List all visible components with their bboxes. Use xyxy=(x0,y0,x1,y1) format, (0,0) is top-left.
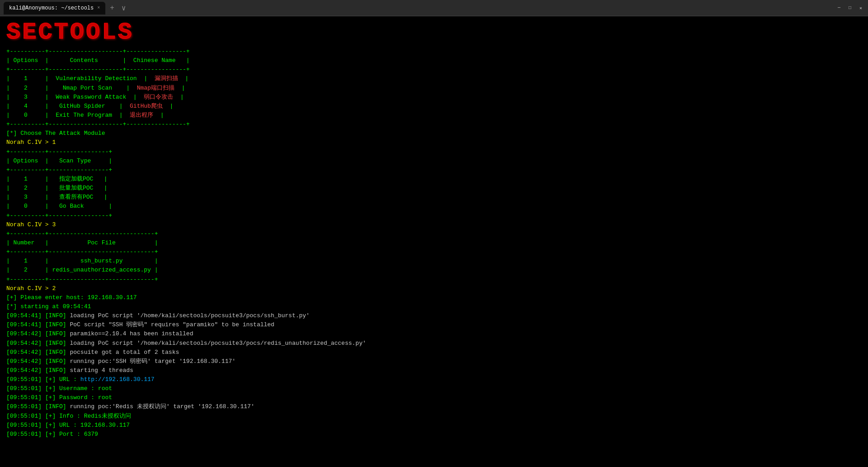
prompt-3: Norah C.IV > 2 xyxy=(6,284,862,293)
minimize-button[interactable]: ─ xyxy=(835,5,843,12)
log-6: [09:54:42] [INFO] running poc:'SSH 弱密码' … xyxy=(6,357,862,366)
log-11: [09:55:01] [INFO] running poc:'Redis 未授权… xyxy=(6,402,862,411)
starting-line: [*] starting at 09:54:41 xyxy=(6,302,862,311)
poc-row-2: | 2 | redis_unauthorized_access.py | xyxy=(6,266,862,275)
logo-text: SECTOOLS xyxy=(6,21,862,44)
menu-row-1: | 1 | Vulnerability Detection | 漏洞扫描 | xyxy=(6,74,862,83)
tab-dropdown-button[interactable]: ∨ xyxy=(119,4,129,13)
log-12: [09:55:01] [+] Info : Redis未授权访问 xyxy=(6,412,862,421)
browser-chrome: kali@Anonymous: ~/sectools × + ∨ ─ □ ✕ xyxy=(0,0,868,16)
active-tab[interactable]: kali@Anonymous: ~/sectools × xyxy=(4,2,105,14)
scan-table-sep1: +----------+-----------------+ xyxy=(6,148,862,157)
tab-close-button[interactable]: × xyxy=(97,5,100,10)
poc-table-sep1: +----------+----------------------------… xyxy=(6,229,862,238)
main-menu-section: +----------+---------------------+------… xyxy=(6,47,862,129)
tab-label: kali@Anonymous: ~/sectools xyxy=(9,5,94,11)
main-table-sep1: +----------+---------------------+------… xyxy=(6,47,862,56)
poc-table-sep2: +----------+----------------------------… xyxy=(6,248,862,257)
window-controls: ─ □ ✕ xyxy=(835,5,864,12)
log-7: [09:54:42] [INFO] starting 4 threads xyxy=(6,366,862,375)
log-2: [09:54:41] [INFO] PoC script "SSH 弱密码" r… xyxy=(6,320,862,329)
log-4: [09:54:42] [INFO] loading PoC script '/h… xyxy=(6,339,862,348)
log-5: [09:54:42] [INFO] pocsuite got a total o… xyxy=(6,348,862,357)
maximize-button[interactable]: □ xyxy=(846,5,854,12)
prompt-1: Norah C.IV > 1 xyxy=(6,138,862,147)
choose-prompt: [*] Choose The Attack Module xyxy=(6,129,862,138)
enter-host: [+] Please enter host: 192.168.30.117 xyxy=(6,293,862,302)
menu-row-4: | 4 | GitHub Spider | GitHub爬虫 | xyxy=(6,102,862,111)
scan-row-1: | 1 | 指定加载POC | xyxy=(6,175,862,184)
log-3: [09:54:42] [INFO] paramiko==2.10.4 has b… xyxy=(6,329,862,338)
menu-row-0: | 0 | Exit The Program | 退出程序 | xyxy=(6,111,862,120)
menu-row-3: | 3 | Weak Password Attack | 弱口令攻击 | xyxy=(6,93,862,102)
new-tab-button[interactable]: + xyxy=(107,4,117,12)
terminal[interactable]: SECTOOLS +----------+-------------------… xyxy=(0,16,868,467)
main-table-header: | Options | Contents | Chinese Name | xyxy=(6,56,862,65)
close-button[interactable]: ✕ xyxy=(857,5,864,12)
scan-type-section: +----------+-----------------+ | Options… xyxy=(6,148,862,220)
scan-table-header: | Options | Scan Type | xyxy=(6,157,862,166)
poc-table-header: | Number | Poc File | xyxy=(6,238,862,248)
poc-table-sep3: +----------+----------------------------… xyxy=(6,275,862,284)
scan-row-3: | 3 | 查看所有POC | xyxy=(6,193,862,202)
log-14: [09:55:01] [+] Port : 6379 xyxy=(6,430,862,439)
tab-bar: kali@Anonymous: ~/sectools × + ∨ xyxy=(4,2,832,14)
log-1: [09:54:41] [INFO] loading PoC script '/h… xyxy=(6,311,862,320)
main-table-sep3: +----------+---------------------+------… xyxy=(6,120,862,129)
scan-row-0: | 0 | Go Back | xyxy=(6,202,862,211)
log-10: [09:55:01] [+] Password : root xyxy=(6,393,862,402)
logo-container: SECTOOLS xyxy=(6,21,862,44)
log-8: [09:55:01] [+] URL : http://192.168.30.1… xyxy=(6,375,862,384)
main-table-sep2: +----------+---------------------+------… xyxy=(6,65,862,74)
poc-table-section: +----------+----------------------------… xyxy=(6,229,862,284)
scan-table-sep2: +----------+-----------------+ xyxy=(6,166,862,175)
scan-table-sep3: +----------+-----------------+ xyxy=(6,211,862,220)
poc-row-1: | 1 | ssh_burst.py | xyxy=(6,257,862,266)
log-13: [09:55:01] [+] URL : 192.168.30.117 xyxy=(6,421,862,430)
prompt-2: Norah C.IV > 3 xyxy=(6,220,862,229)
scan-row-2: | 2 | 批量加载POC | xyxy=(6,184,862,193)
log-9: [09:55:01] [+] Username : root xyxy=(6,384,862,393)
menu-row-2: | 2 | Nmap Port Scan | Nmap端口扫描 | xyxy=(6,84,862,93)
